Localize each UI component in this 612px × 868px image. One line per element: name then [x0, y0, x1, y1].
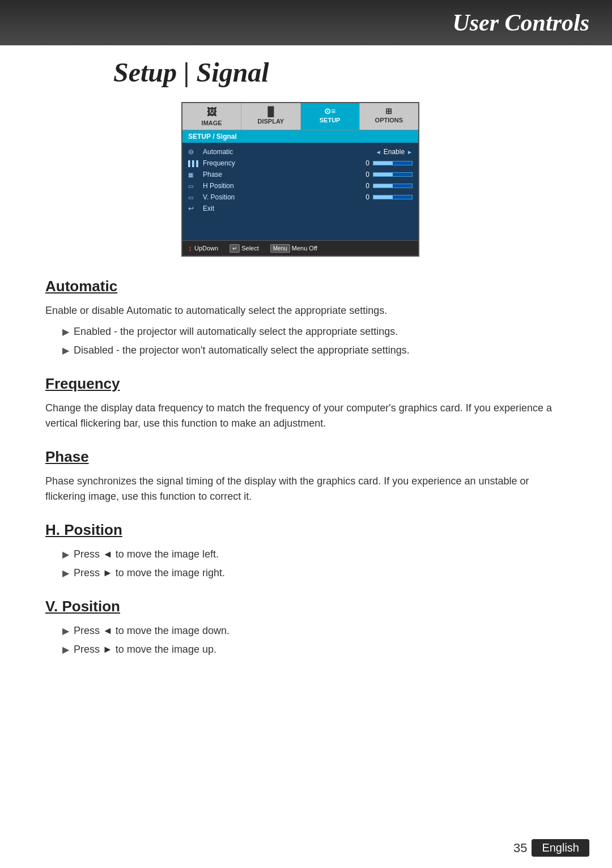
list-item: ▶ Enabled - the projector will automatic… — [62, 324, 567, 339]
vposition-label: V. Position — [203, 193, 366, 201]
automatic-icon: ⊖ — [188, 148, 199, 156]
automatic-bullet-0: Enabled - the projector will automatical… — [74, 324, 398, 339]
page-title: Setup | Signal — [113, 57, 269, 88]
setup-tab-icon: ⊙≡ — [324, 107, 335, 116]
automatic-value: Enable — [384, 148, 405, 156]
menu-row-frequency: ▌▌▌ Frequency 0 — [182, 158, 418, 169]
updown-label: UpDown — [194, 245, 218, 252]
tab-options: ⊞ OPTIONS — [360, 103, 418, 130]
page-language: English — [532, 839, 589, 857]
heading-hposition: H. Position — [45, 521, 567, 539]
automatic-arrow-left: ◄ — [376, 149, 381, 155]
header-bar: User Controls — [0, 0, 612, 45]
menu-tabs: 🖼 IMAGE ▐▌ DISPLAY ⊙≡ SETUP ⊞ OPTIONS — [182, 103, 418, 130]
menu-footer: ↕ UpDown ↵ Select Menu Menu Off — [182, 240, 418, 256]
tab-setup-label: SETUP — [320, 117, 341, 124]
list-item: ▶ Press ◄ to move the image left. — [62, 547, 567, 562]
bullet-arrow-icon: ▶ — [62, 567, 69, 580]
heading-automatic: Automatic — [45, 278, 567, 295]
page-number: 35 — [513, 841, 527, 856]
vposition-value: 0 — [366, 193, 369, 201]
menu-key: Menu — [270, 244, 290, 253]
menu-content: ⊖ Automatic ◄ Enable ► ▌▌▌ Frequency 0 ▦… — [182, 143, 418, 240]
phase-bar-fill — [373, 173, 393, 176]
frequency-label: Frequency — [203, 159, 366, 167]
list-item: ▶ Disabled - the projector won't automat… — [62, 343, 567, 358]
options-tab-icon: ⊞ — [385, 107, 392, 116]
hposition-label: H Position — [203, 182, 366, 190]
automatic-label: Automatic — [203, 148, 376, 156]
automatic-bullet-1: Disabled - the projector won't automatic… — [74, 343, 410, 358]
heading-vposition: V. Position — [45, 598, 567, 615]
hposition-bullet-1: Press ► to move the image right. — [74, 565, 225, 581]
tab-image-label: IMAGE — [202, 120, 222, 126]
frequency-bar-fill — [373, 161, 393, 165]
menu-screenshot: 🖼 IMAGE ▐▌ DISPLAY ⊙≡ SETUP ⊞ OPTIONS SE… — [181, 102, 419, 257]
footer-updown: ↕ UpDown — [188, 244, 218, 253]
heading-frequency: Frequency — [45, 375, 567, 393]
vposition-bullets: ▶ Press ◄ to move the image down. ▶ Pres… — [62, 623, 567, 657]
bullet-arrow-icon: ▶ — [62, 548, 69, 561]
frequency-value: 0 — [366, 159, 369, 167]
bullet-arrow-icon: ▶ — [62, 325, 69, 339]
hposition-bar — [373, 184, 413, 188]
list-item: ▶ Press ◄ to move the image down. — [62, 623, 567, 639]
phase-label: Phase — [203, 171, 366, 178]
vposition-bullet-1: Press ► to move the image up. — [74, 642, 216, 657]
footer-select: ↵ Select — [230, 244, 259, 253]
list-item: ▶ Press ► to move the image right. — [62, 565, 567, 581]
frequency-icon: ▌▌▌ — [188, 160, 199, 167]
heading-phase: Phase — [45, 448, 567, 466]
automatic-arrow-right: ► — [407, 149, 413, 155]
menu-row-vposition: ▭ V. Position 0 — [182, 192, 418, 203]
menu-row-hposition: ▭ H Position 0 — [182, 180, 418, 192]
display-tab-icon: ▐▌ — [265, 107, 278, 117]
bullet-arrow-icon: ▶ — [62, 624, 69, 638]
menu-row-phase: ▦ Phase 0 — [182, 169, 418, 180]
select-key: ↵ — [230, 244, 240, 253]
menu-row-automatic: ⊖ Automatic ◄ Enable ► — [182, 146, 418, 158]
automatic-text: Enable or disable Automatic to automatic… — [45, 303, 567, 318]
vposition-bar-fill — [373, 195, 393, 199]
image-tab-icon: 🖼 — [207, 107, 217, 118]
automatic-bullets: ▶ Enabled - the projector will automatic… — [62, 324, 567, 358]
page-footer: 35 English — [513, 839, 589, 857]
updown-icon: ↕ — [188, 244, 192, 253]
vposition-bullet-0: Press ◄ to move the image down. — [74, 623, 230, 639]
exit-label: Exit — [203, 205, 214, 212]
bullet-arrow-icon: ▶ — [62, 344, 69, 358]
hposition-value: 0 — [366, 182, 369, 190]
select-label: Select — [241, 245, 259, 252]
menu-row-exit: ↩ Exit — [182, 203, 418, 214]
hposition-bullets: ▶ Press ◄ to move the image left. ▶ Pres… — [62, 547, 567, 581]
phase-bar — [373, 172, 413, 177]
frequency-bar — [373, 161, 413, 165]
tab-display-label: DISPLAY — [258, 118, 284, 125]
bullet-arrow-icon: ▶ — [62, 643, 69, 657]
phase-value: 0 — [366, 171, 369, 178]
tab-options-label: OPTIONS — [375, 117, 403, 124]
menuoff-label: Menu Off — [292, 245, 317, 252]
menu-spacer — [182, 214, 418, 237]
tab-image: 🖼 IMAGE — [182, 103, 241, 130]
vposition-icon: ▭ — [188, 194, 199, 201]
menu-section-header: SETUP / Signal — [182, 130, 418, 143]
hposition-bullet-0: Press ◄ to move the image left. — [74, 547, 219, 562]
tab-display: ▐▌ DISPLAY — [241, 103, 300, 130]
phase-icon: ▦ — [188, 172, 199, 178]
footer-menuoff: Menu Menu Off — [270, 244, 317, 253]
vposition-bar — [373, 195, 413, 199]
content-area: Automatic Enable or disable Automatic to… — [45, 278, 567, 663]
header-title: User Controls — [452, 9, 589, 36]
hposition-bar-fill — [373, 184, 393, 188]
phase-text: Phase synchronizes the signal timing of … — [45, 474, 567, 504]
hposition-icon: ▭ — [188, 183, 199, 189]
list-item: ▶ Press ► to move the image up. — [62, 642, 567, 657]
frequency-text: Change the display data frequency to mat… — [45, 401, 567, 431]
tab-setup: ⊙≡ SETUP — [301, 103, 360, 130]
exit-icon: ↩ — [188, 205, 199, 212]
